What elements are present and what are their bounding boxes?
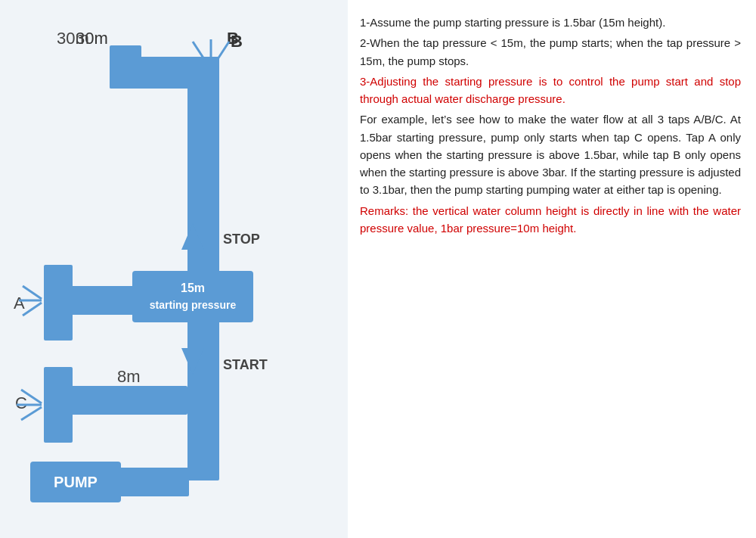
svg-text:8m: 8m [117,367,141,386]
svg-rect-23 [44,367,73,443]
svg-text:starting pressure: starting pressure [150,299,237,311]
svg-text:30m: 30m [57,29,89,48]
line3-red: 3-Adjusting the starting pressure is to … [360,73,741,108]
line1: 1-Assume the pump starting pressure is 1… [360,14,741,31]
svg-text:PUMP: PUMP [54,474,98,490]
svg-text:A: A [14,294,25,313]
svg-text:B: B [231,32,243,51]
svg-rect-3 [110,45,141,89]
line2: 2-When the tap pressure < 15m, the pump … [360,34,741,70]
svg-text:START: START [223,357,268,372]
svg-text:15m: 15m [181,281,205,294]
svg-text:C: C [15,393,27,412]
line4: For example, let’s see how to make the w… [360,110,741,198]
svg-text:STOP: STOP [223,232,260,247]
svg-rect-10 [44,265,73,341]
svg-rect-15 [132,271,253,322]
diagram-panel: 30m B B 30m A [0,0,348,538]
text-panel: 1-Assume the pump starting pressure is 1… [348,0,756,538]
line5-red: Remarks: the vertical water column heigh… [360,202,741,238]
